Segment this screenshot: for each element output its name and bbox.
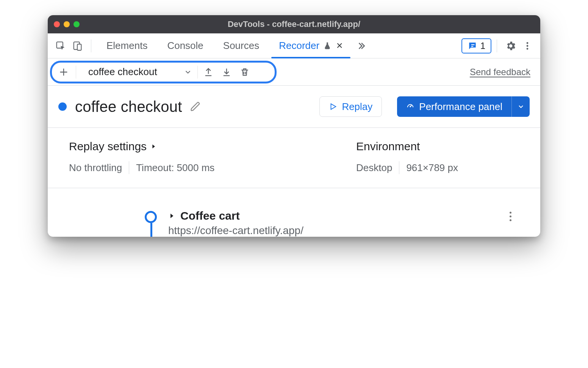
tab-label: Elements — [106, 40, 147, 52]
triangle-right-icon — [150, 143, 156, 149]
svg-rect-3 — [471, 44, 474, 45]
steps-panel: Coffee cart https://coffee-cart.netlify.… — [48, 188, 540, 237]
more-tabs-icon[interactable] — [353, 38, 369, 54]
import-recording-button[interactable] — [217, 63, 236, 81]
device-value: Desktop — [356, 162, 392, 174]
tab-label: Sources — [223, 40, 259, 52]
step-marker-icon — [145, 211, 157, 223]
zoom-window-button[interactable] — [74, 21, 80, 27]
devtools-window: DevTools - coffee-cart.netlify.app/ Elem… — [48, 15, 540, 237]
throttling-value: No throttling — [69, 162, 122, 174]
close-tab-icon[interactable]: ✕ — [336, 41, 343, 51]
delete-recording-button[interactable] — [236, 63, 254, 81]
divider — [76, 66, 76, 79]
section-title: Replay settings — [69, 140, 147, 153]
inspect-element-icon[interactable] — [52, 38, 69, 54]
tab-sources[interactable]: Sources — [213, 33, 269, 58]
performance-label: Performance panel — [419, 101, 502, 113]
step-menu-button[interactable] — [506, 209, 515, 223]
divider — [497, 39, 497, 52]
record-status-icon — [58, 102, 67, 111]
step-row[interactable]: Coffee cart https://coffee-cart.netlify.… — [69, 209, 519, 237]
gauge-icon — [406, 102, 414, 111]
section-title: Environment — [356, 140, 420, 153]
new-recording-button[interactable] — [56, 64, 71, 80]
tab-console[interactable]: Console — [157, 33, 213, 58]
close-window-button[interactable] — [54, 21, 60, 27]
tab-elements[interactable]: Elements — [97, 33, 157, 58]
kebab-menu-icon[interactable] — [519, 38, 536, 54]
flask-icon — [323, 42, 332, 50]
step-title: Coffee cart — [180, 209, 240, 222]
edit-title-button[interactable] — [190, 101, 201, 112]
tab-recorder[interactable]: Recorder ✕ — [269, 33, 353, 58]
divider — [129, 161, 129, 174]
export-recording-button[interactable] — [199, 63, 217, 81]
environment-section: Environment Desktop 961×789 px — [356, 140, 519, 174]
recording-selector[interactable]: coffee checkout — [88, 66, 192, 78]
replay-settings-section: Replay settings No throttling Timeout: 5… — [69, 140, 356, 174]
viewport-value: 961×789 px — [406, 162, 458, 174]
issues-chip[interactable]: 1 — [461, 38, 491, 53]
issues-icon — [468, 41, 477, 51]
play-icon — [329, 102, 337, 111]
settings-row: Replay settings No throttling Timeout: 5… — [48, 128, 540, 188]
device-toggle-icon[interactable] — [69, 38, 86, 54]
replay-label: Replay — [342, 101, 372, 113]
step-url: https://coffee-cart.netlify.app/ — [168, 225, 494, 237]
minimize-window-button[interactable] — [64, 21, 70, 27]
divider — [197, 66, 198, 79]
performance-dropdown-button[interactable] — [511, 96, 530, 117]
svg-rect-2 — [77, 44, 81, 50]
tab-label: Console — [167, 40, 203, 52]
performance-panel-button[interactable]: Performance panel — [397, 96, 511, 117]
chevron-down-icon — [184, 68, 192, 76]
svg-point-7 — [527, 48, 529, 50]
svg-rect-4 — [471, 46, 473, 47]
send-feedback-link[interactable]: Send feedback — [470, 67, 530, 77]
window-controls — [54, 21, 80, 27]
recording-selector-label: coffee checkout — [88, 66, 157, 78]
issues-count: 1 — [480, 41, 485, 51]
replay-settings-toggle[interactable]: Replay settings — [69, 140, 356, 153]
recording-title: coffee checkout — [75, 98, 182, 115]
recorder-toolbar: coffee checkout Send feedback — [48, 58, 540, 86]
timeout-value: Timeout: 5000 ms — [136, 162, 214, 174]
settings-gear-icon[interactable] — [502, 38, 519, 54]
step-connector — [150, 223, 152, 237]
window-title: DevTools - coffee-cart.netlify.app/ — [48, 19, 540, 29]
tab-label: Recorder — [279, 40, 319, 52]
divider — [399, 161, 399, 174]
devtools-tabstrip: Elements Console Sources Recorder ✕ 1 — [48, 33, 540, 58]
svg-point-6 — [527, 45, 529, 47]
titlebar: DevTools - coffee-cart.netlify.app/ — [48, 15, 540, 33]
divider — [91, 39, 91, 52]
replay-button[interactable]: Replay — [319, 96, 382, 117]
svg-point-5 — [527, 42, 529, 44]
recording-header: coffee checkout Replay Performance panel — [48, 86, 540, 128]
triangle-right-icon[interactable] — [168, 212, 175, 219]
